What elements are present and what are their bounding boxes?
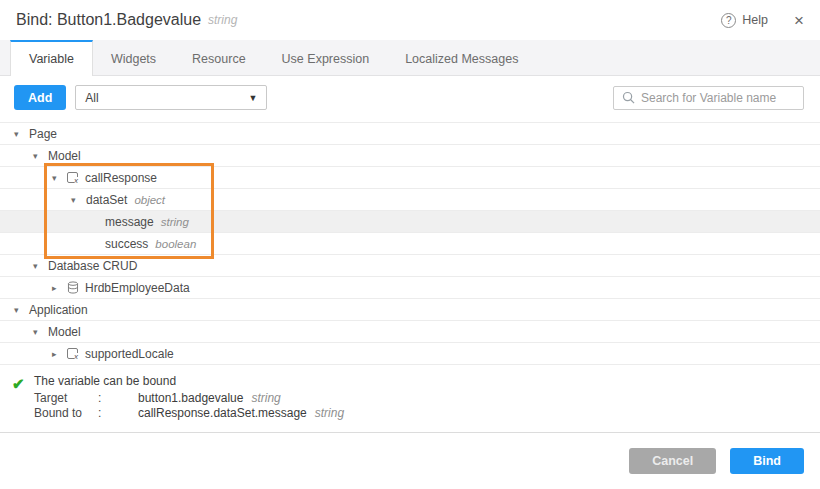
dialog-title: Bind: Button1.Badgevalue	[16, 11, 201, 29]
tree-node-label: supportedLocale	[85, 347, 174, 361]
check-icon: ✔	[12, 374, 34, 421]
add-variable-button[interactable]: Add	[14, 85, 66, 110]
dialog-header: Bind: Button1.Badgevalue string ? Help ×	[0, 0, 820, 40]
variable-filter-value: All	[85, 91, 98, 105]
tree-node-label: Application	[29, 303, 88, 317]
status-value: button1.badgevalue	[138, 391, 243, 406]
variable-filter-dropdown[interactable]: All ▼	[75, 85, 267, 110]
close-icon[interactable]: ×	[794, 12, 804, 29]
status-body: The variable can be bound Target:button1…	[34, 374, 344, 421]
chevron-down-icon[interactable]: ▾	[14, 129, 29, 139]
tree-node-label: Page	[29, 127, 57, 141]
tree-row-message[interactable]: messagestring	[0, 211, 820, 233]
bind-dialog: Bind: Button1.Badgevalue string ? Help ×…	[0, 0, 820, 421]
variable-tree: ▾Page▾Model▾callResponse▾dataSetobjectme…	[0, 122, 820, 365]
tree-node-label: success	[105, 237, 148, 251]
chevron-right-icon[interactable]: ▸	[52, 349, 67, 359]
tree-row-database-crud[interactable]: ▾Database CRUD	[0, 255, 820, 277]
tab-resource[interactable]: Resource	[174, 40, 264, 75]
status-rows: Target:button1.badgevaluestringBound to:…	[34, 391, 344, 421]
tab-localized-messages[interactable]: Localized Messages	[387, 40, 536, 75]
tree-row-dataset[interactable]: ▾dataSetobject	[0, 189, 820, 211]
status-row-target: Target:button1.badgevaluestring	[34, 391, 344, 406]
dialog-title-type: string	[208, 13, 237, 27]
chevron-down-icon[interactable]: ▾	[52, 173, 67, 183]
status-value: callResponse.dataSet.message	[138, 406, 307, 421]
status-label: Target	[34, 391, 98, 406]
chevron-right-icon[interactable]: ▸	[52, 283, 67, 293]
tree-node-label: Model	[48, 325, 81, 339]
binding-status: ✔ The variable can be bound Target:butto…	[0, 365, 820, 421]
tree-node-label: dataSet	[86, 193, 127, 207]
tab-bar: VariableWidgetsResourceUse ExpressionLoc…	[0, 40, 820, 76]
variable-icon	[67, 348, 78, 359]
tree-node-label: message	[105, 215, 154, 229]
variable-search[interactable]	[613, 86, 804, 110]
tab-use-expression[interactable]: Use Expression	[264, 40, 388, 75]
chevron-down-icon[interactable]: ▾	[33, 151, 48, 161]
chevron-down-icon[interactable]: ▾	[14, 305, 29, 315]
tree-row-page[interactable]: ▾Page	[0, 123, 820, 145]
tree-node-type: boolean	[155, 238, 196, 250]
search-input[interactable]	[641, 91, 795, 105]
tree-node-type: object	[134, 194, 165, 206]
chevron-down-icon[interactable]: ▾	[71, 195, 86, 205]
status-row-bound-to: Bound to:callResponse.dataSet.messagestr…	[34, 406, 344, 421]
status-colon: :	[98, 391, 138, 406]
dialog-footer: Cancel Bind	[0, 432, 820, 489]
status-label: Bound to	[34, 406, 98, 421]
variable-icon	[67, 172, 78, 183]
tab-widgets[interactable]: Widgets	[93, 40, 174, 75]
tree-row-application[interactable]: ▾Application	[0, 299, 820, 321]
cancel-button[interactable]: Cancel	[629, 448, 716, 474]
bind-button[interactable]: Bind	[730, 448, 804, 474]
status-colon: :	[98, 406, 138, 421]
tree-node-label: Model	[48, 149, 81, 163]
tree-row-model[interactable]: ▾Model	[0, 145, 820, 167]
toolbar: Add All ▼	[0, 76, 820, 119]
tree-node-label: Database CRUD	[48, 259, 137, 273]
chevron-down-icon: ▼	[248, 93, 257, 103]
search-icon	[622, 91, 635, 104]
tree-row-supportedlocale[interactable]: ▸supportedLocale	[0, 343, 820, 365]
tree-row-model[interactable]: ▾Model	[0, 321, 820, 343]
tree-node-label: callResponse	[85, 171, 157, 185]
database-icon	[67, 281, 79, 294]
help-icon[interactable]: ?	[721, 13, 736, 28]
tree-row-hrdbemployeedata[interactable]: ▸HrdbEmployeeData	[0, 277, 820, 299]
tree-node-label: HrdbEmployeeData	[85, 281, 190, 295]
tree-row-success[interactable]: successboolean	[0, 233, 820, 255]
chevron-down-icon[interactable]: ▾	[33, 261, 48, 271]
tree-row-callresponse[interactable]: ▾callResponse	[0, 167, 820, 189]
status-message: The variable can be bound	[34, 374, 344, 389]
status-type: string	[315, 406, 344, 421]
help-link[interactable]: Help	[742, 13, 768, 27]
tree-node-type: string	[161, 216, 189, 228]
status-type: string	[251, 391, 280, 406]
chevron-down-icon[interactable]: ▾	[33, 327, 48, 337]
tab-variable[interactable]: Variable	[10, 40, 93, 76]
